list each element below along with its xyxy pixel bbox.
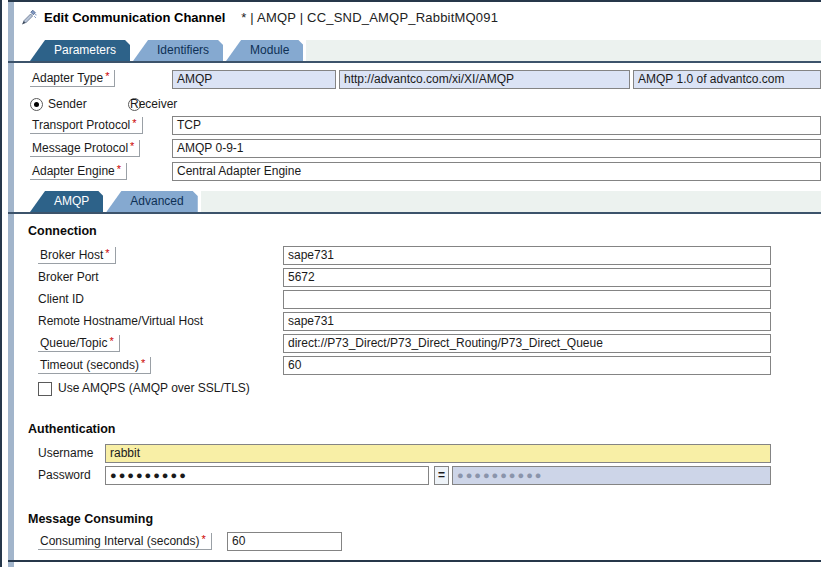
client-id-input[interactable] [283, 290, 771, 309]
tab-identifiers[interactable]: Identifiers [133, 40, 223, 61]
subtab-amqp[interactable]: AMQP [30, 191, 103, 212]
password-label: Password [38, 468, 91, 482]
frame-left-border [0, 0, 2, 567]
use-amqps-checkbox[interactable] [38, 382, 52, 396]
adapter-type-namespace-field: http://advantco.com/xi/XI/AMQP [339, 70, 630, 89]
adapter-type-name-field: AMQP [172, 70, 336, 89]
connection-heading: Connection [28, 224, 97, 238]
main-tabstrip: Parameters Identifiers Module [30, 40, 821, 61]
message-protocol-label: Message Protocol* [30, 140, 140, 157]
password-confirm-masked-value: ●●●●●●●●●● [457, 469, 543, 481]
transport-protocol-select[interactable]: TCP [172, 116, 821, 135]
transport-protocol-label: Transport Protocol* [30, 117, 143, 134]
receiver-radio-label[interactable]: Receiver [130, 97, 177, 111]
sub-tabstrip-filler [201, 191, 821, 212]
tabstrip-filler [306, 40, 821, 61]
queue-topic-input[interactable]: direct://P73_Direct/P73_Direct_Routing/P… [283, 334, 771, 353]
consuming-interval-label: Consuming Interval (seconds)* [38, 533, 212, 550]
frame-top-border [8, 0, 821, 2]
password-input[interactable]: ●●●●●●●●● [105, 466, 429, 485]
broker-port-label: Broker Port [38, 270, 99, 284]
message-consuming-heading: Message Consuming [28, 512, 153, 526]
subtab-advanced[interactable]: Advanced [106, 191, 197, 212]
broker-host-label: Broker Host* [38, 247, 116, 264]
username-label: Username [38, 446, 93, 460]
queue-topic-label: Queue/Topic* [38, 335, 120, 352]
adapter-engine-label: Adapter Engine* [30, 163, 127, 180]
frame-left-strip [8, 2, 14, 567]
tab-module[interactable]: Module [226, 40, 303, 61]
remote-hostname-label: Remote Hostname/Virtual Host [38, 314, 203, 328]
password-confirm-input: ●●●●●●●●●● [452, 466, 771, 485]
broker-host-input[interactable]: sape731 [283, 246, 771, 265]
username-input[interactable]: rabbit [105, 444, 771, 463]
authentication-heading: Authentication [28, 422, 116, 436]
broker-port-input[interactable]: 5672 [283, 268, 771, 287]
timeout-input[interactable]: 60 [283, 356, 771, 375]
adapter-type-label: Adapter Type* [30, 70, 115, 87]
sub-tabstrip-underline [8, 212, 821, 214]
sender-radio[interactable] [30, 98, 43, 111]
sender-radio-label[interactable]: Sender [48, 97, 87, 111]
adapter-type-vendor-field: AMQP 1.0 of advantco.com [633, 70, 821, 89]
frame-bottom-border [8, 560, 821, 562]
consuming-interval-input[interactable]: 60 [227, 532, 342, 551]
client-id-label: Client ID [38, 292, 84, 306]
password-masked-value: ●●●●●●●●● [110, 469, 188, 481]
message-protocol-select[interactable]: AMQP 0-9-1 [172, 139, 821, 158]
window-header: Edit Communication Channel * | AMQP | CC… [20, 9, 498, 26]
sub-tabstrip: AMQP Advanced [30, 191, 821, 212]
page-title: Edit Communication Channel [44, 10, 225, 25]
use-amqps-label: Use AMQPS (AMQP over SSL/TLS) [58, 381, 250, 395]
remote-hostname-input[interactable]: sape731 [283, 312, 771, 331]
adapter-engine-select[interactable]: Central Adapter Engine [172, 162, 821, 181]
edit-channel-icon [20, 9, 37, 26]
main-tabstrip-underline [8, 61, 821, 63]
page-subtitle: * | AMQP | CC_SND_AMQP_RabbitMQ091 [241, 10, 498, 25]
tab-parameters[interactable]: Parameters [30, 40, 130, 61]
password-equals-indicator: = [434, 466, 449, 485]
timeout-label: Timeout (seconds)* [38, 357, 151, 374]
